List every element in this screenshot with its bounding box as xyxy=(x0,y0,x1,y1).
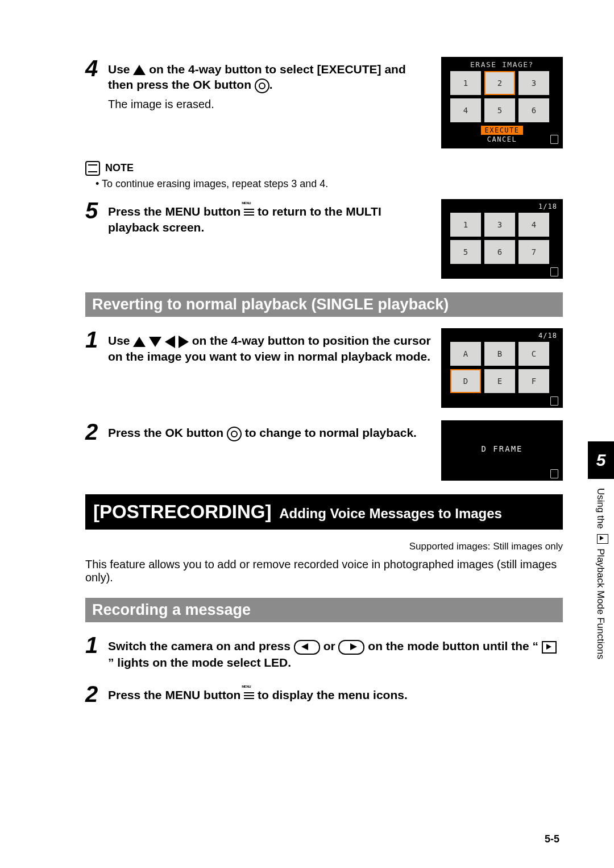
step-c1-text-b: or xyxy=(323,639,339,652)
step-c1-text-d: ” lights on the mode select LED. xyxy=(108,656,291,669)
heading-reverting: Reverting to normal playback (SINGLE pla… xyxy=(85,292,563,317)
note-block: NOTE • To continue erasing images, repea… xyxy=(85,161,563,190)
step-4-body: Use on the 4-way button to select [EXECU… xyxy=(108,57,441,111)
step-number: 4 xyxy=(85,57,108,80)
lcd-thumbnail: 2 xyxy=(484,71,515,95)
lcd-thumbnail: D xyxy=(450,369,481,393)
note-bullet: • To continue erasing images, repeat ste… xyxy=(96,178,563,190)
lcd-multi1-grid: 134567 xyxy=(442,213,562,266)
lcd-thumbnail: A xyxy=(450,342,481,366)
step-b2-body: Press the OK button to change to normal … xyxy=(108,420,441,441)
step-c1-row: 1 Switch the camera on and press or on t… xyxy=(85,634,563,670)
step-c2-row: 2 Press the MENU button to display the m… xyxy=(85,683,563,705)
lcd-thumbnail: 1 xyxy=(450,71,481,95)
left-arrow-icon xyxy=(165,336,175,348)
lcd-multi2-screen: 4/18 ABCDEF xyxy=(441,328,563,408)
step-c2-text-b: to display the menu icons. xyxy=(258,688,408,701)
trash-icon xyxy=(550,135,558,144)
lcd-erase-menu: EXECUTE CANCEL xyxy=(442,125,562,147)
heading-postrecording: [POSTRECORDING] Adding Voice Messages to… xyxy=(85,494,563,530)
menu-button-icon xyxy=(244,690,254,702)
lcd-thumbnail: 5 xyxy=(484,98,515,122)
ok-button-icon xyxy=(227,427,242,441)
lcd-thumbnail: F xyxy=(518,369,549,393)
down-arrow-icon xyxy=(149,337,161,347)
lcd-frame-screen: D FRAME xyxy=(441,420,563,481)
step-number: 1 xyxy=(85,634,108,656)
up-arrow-icon xyxy=(133,337,146,347)
ok-button-icon xyxy=(255,78,269,93)
note-icon xyxy=(85,161,100,176)
step-b1-text-a: Use xyxy=(108,334,133,347)
lcd-thumbnail: 1 xyxy=(450,213,481,237)
lcd-thumbnail: 3 xyxy=(518,71,549,95)
step-number: 2 xyxy=(85,683,108,705)
lcd-erase-grid: 123456 xyxy=(442,71,562,125)
step-c2-text-a: Press the MENU button xyxy=(108,688,244,701)
heading-post-big: [POSTRECORDING] xyxy=(93,501,272,522)
intro-text: This feature allows you to add or remove… xyxy=(85,558,563,584)
step-number: 2 xyxy=(85,420,108,443)
up-arrow-icon xyxy=(133,65,146,75)
lcd-frame-label: D FRAME xyxy=(442,437,562,460)
right-arrow-icon xyxy=(179,336,189,348)
side-text-a: Using the xyxy=(595,488,606,532)
lcd-thumbnail: 4 xyxy=(518,213,549,237)
playback-mode-icon xyxy=(597,534,608,544)
mode-left-icon xyxy=(294,640,320,655)
step-c1-text-c: on the mode button until the “ xyxy=(368,639,538,652)
manual-page: 4 Use on the 4-way button to select [EXE… xyxy=(0,0,614,868)
lcd-thumbnail: E xyxy=(484,369,515,393)
step-5-body: Press the MENU button to return to the M… xyxy=(108,199,441,235)
step-4-sub: The image is erased. xyxy=(108,97,432,111)
lcd-thumbnail: 3 xyxy=(484,213,515,237)
chapter-tab: 5 xyxy=(588,441,614,479)
side-text-b: Playback Mode Functions xyxy=(595,548,606,659)
supported-images: Supported images: Still images only xyxy=(85,541,563,552)
lcd-multi2-grid: ABCDEF xyxy=(442,342,562,395)
step-b1-body: Use on the 4-way button to position the … xyxy=(108,328,441,364)
lcd-multi2-counter: 4/18 xyxy=(442,329,562,342)
step-b1-row: 1 Use on the 4-way button to position th… xyxy=(85,328,563,408)
step-b2-text-a: Press the OK button xyxy=(108,426,227,439)
lcd-thumbnail: 6 xyxy=(518,98,549,122)
step-c1-body: Switch the camera on and press or on the… xyxy=(108,634,563,670)
step-b2-text-b: to change to normal playback. xyxy=(245,426,417,439)
lcd-erase-title: ERASE IMAGE? xyxy=(442,58,562,71)
side-caption: Using the Playback Mode Functions xyxy=(595,488,608,659)
trash-icon xyxy=(550,396,558,406)
trash-icon xyxy=(550,469,558,478)
lcd-thumbnail: C xyxy=(518,342,549,366)
lcd-menu-cancel: CANCEL xyxy=(487,135,517,143)
lcd-thumbnail: 5 xyxy=(450,240,481,264)
heading-post-rest: Adding Voice Messages to Images xyxy=(279,506,502,521)
heading-recording: Recording a message xyxy=(85,598,563,622)
note-label: NOTE xyxy=(105,162,134,173)
step-5-text-a: Press the MENU button xyxy=(108,205,244,218)
step-5-row: 5 Press the MENU button to return to the… xyxy=(85,199,563,279)
step-4-text-c: . xyxy=(269,78,273,91)
playback-led-icon xyxy=(542,641,557,654)
lcd-multi1-screen: 1/18 134567 xyxy=(441,199,563,279)
step-b2-row: 2 Press the OK button to change to norma… xyxy=(85,420,563,481)
lcd-erase-screen: ERASE IMAGE? 123456 EXECUTE CANCEL xyxy=(441,57,563,148)
step-4-row: 4 Use on the 4-way button to select [EXE… xyxy=(85,57,563,148)
step-number: 5 xyxy=(85,199,108,222)
lcd-thumbnail: 6 xyxy=(484,240,515,264)
step-number: 1 xyxy=(85,328,108,351)
step-4-text-a: Use xyxy=(108,63,133,76)
lcd-multi1-counter: 1/18 xyxy=(442,200,562,213)
lcd-thumbnail: 4 xyxy=(450,98,481,122)
step-c1-text-a: Switch the camera on and press xyxy=(108,639,294,652)
step-c2-body: Press the MENU button to display the men… xyxy=(108,683,563,702)
lcd-thumbnail: B xyxy=(484,342,515,366)
trash-icon xyxy=(550,267,558,276)
page-number: 5-5 xyxy=(545,833,559,845)
lcd-thumbnail: 7 xyxy=(518,240,549,264)
mode-right-icon xyxy=(338,640,364,655)
menu-button-icon xyxy=(244,206,254,219)
lcd-menu-execute: EXECUTE xyxy=(481,126,522,135)
